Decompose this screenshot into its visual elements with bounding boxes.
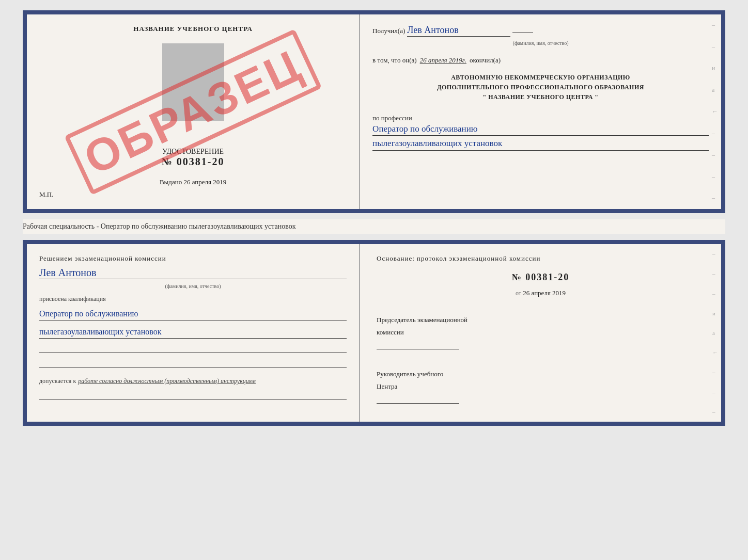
bmark3: – (712, 291, 718, 297)
chairman-signature-line (377, 349, 459, 349)
bmark2: – (712, 270, 718, 277)
bmark8: – (712, 389, 718, 395)
chairman-block: Председатель экзаменационной комиссии (377, 312, 705, 349)
issued-date-value: 26 апреля 2019 (183, 178, 226, 186)
issued-label: Выдано (160, 178, 182, 186)
org-line2: ДОПОЛНИТЕЛЬНОГО ПРОФЕССИОНАЛЬНОГО ОБРАЗО… (372, 83, 709, 92)
blank-line-2 (39, 357, 347, 367)
fio-subtitle-top: (фамилия, имя, отчество) (513, 40, 569, 46)
org-line1: АВТОНОМНУЮ НЕКОММЕРЧЕСКУЮ ОРГАНИЗАЦИЮ (372, 73, 709, 83)
bottom-left-panel: Решением экзаменационной комиссии Лев Ан… (27, 244, 360, 422)
permission-text: работе согласно должностным (производств… (78, 377, 256, 385)
protocol-date-value: 26 апреля 2019 (523, 289, 566, 297)
decision-title: Решением экзаменационной комиссии (39, 254, 347, 263)
basis-title: Основание: протокол экзаменационной коми… (377, 254, 705, 263)
bottom-person-name: Лев Антонов (39, 267, 347, 279)
bottom-right-panel: Основание: протокол экзаменационной коми… (360, 244, 721, 422)
top-certificate: НАЗВАНИЕ УЧЕБНОГО ЦЕНТРА ОБРАЗЕЦ УДОСТОВ… (23, 10, 725, 213)
issued-info: Выдано 26 апреля 2019 (160, 168, 226, 186)
middle-text: Рабочая специальность - Оператор по обсл… (23, 222, 296, 230)
permission-prefix: допускается к (39, 377, 76, 385)
received-name: Лев Антонов (407, 25, 510, 37)
protocol-date-prefix: от (516, 290, 521, 297)
bmark7: – (712, 369, 718, 375)
received-label: Получил(а) (372, 27, 405, 35)
completed-row: в том, что он(а) 26 апреля 2019г. окончи… (372, 56, 709, 65)
protocol-number: № 00381-20 (377, 272, 705, 283)
bmark1: – (712, 251, 718, 257)
blank-line-3 (39, 389, 347, 399)
completed-prefix: в том, что он(а) (372, 56, 417, 65)
org-name-block: АВТОНОМНУЮ НЕКОММЕРЧЕСКУЮ ОРГАНИЗАЦИЮ ДО… (372, 73, 709, 103)
bmark6: ← (712, 349, 718, 356)
received-row: Получил(а) Лев Антонов (372, 25, 709, 37)
profession-line2: пылегазоулавливающих установок (372, 137, 709, 151)
permission-block: допускается к работе согласно должностны… (39, 376, 347, 385)
photo-placeholder (162, 43, 224, 121)
mp-label: М.П. (39, 190, 53, 199)
training-center-title: НАЗВАНИЕ УЧЕБНОГО ЦЕНТРА (133, 25, 253, 33)
dash8: – (712, 173, 718, 181)
bottom-fio-subtitle: (фамилия, имя, отчество) (39, 283, 347, 289)
middle-info-line: Рабочая специальность - Оператор по обсл… (23, 219, 725, 234)
blank-line-1 (39, 343, 347, 353)
bottom-right-dashes: – – – и а ← – – – (712, 244, 718, 422)
chairman-label-1: Председатель экзаменационной (377, 316, 705, 324)
dash6: – (712, 130, 718, 137)
chairman-label-2: комиссии (377, 328, 705, 337)
dash9: – (712, 194, 718, 202)
bmark9: – (712, 409, 718, 415)
qualification-label: присвоена квалификация (39, 295, 347, 303)
doc-number: № 00381-20 (162, 156, 225, 168)
completed-date: 26 апреля 2019г. (420, 56, 466, 65)
bmark4: и (712, 310, 718, 316)
doc-label: УДОСТОВЕРЕНИЕ (162, 148, 224, 156)
dash4: а (712, 86, 718, 94)
profession-block: по профессии Оператор по обслуживанию пы… (372, 114, 709, 151)
dash3: и (712, 65, 718, 72)
dash2: – (712, 43, 718, 51)
dash1: – (712, 21, 718, 29)
completed-suffix: окончил(а) (470, 56, 501, 65)
profession-label: по профессии (372, 114, 709, 122)
bottom-certificate: Решением экзаменационной комиссии Лев Ан… (23, 240, 725, 426)
head-signature-line (377, 403, 459, 404)
profession-line1: Оператор по обслуживанию (372, 122, 709, 136)
cert-right-panel: Получил(а) Лев Антонов (фамилия, имя, от… (360, 14, 721, 209)
bmark5: а (712, 330, 718, 336)
qualification-line1: Оператор по обслуживанию (39, 307, 347, 321)
head-label-1: Руководитель учебного (377, 370, 705, 378)
org-line3: " НАЗВАНИЕ УЧЕБНОГО ЦЕНТРА " (372, 92, 709, 102)
dash7: – (712, 151, 718, 159)
qualification-line2: пылегазоулавливающих установок (39, 325, 347, 339)
dash5: ← (712, 108, 718, 116)
head-label-2: Центра (377, 382, 705, 391)
document-container: НАЗВАНИЕ УЧЕБНОГО ЦЕНТРА ОБРАЗЕЦ УДОСТОВ… (23, 10, 725, 426)
right-dashes: – – и а ← – – – – (712, 14, 718, 209)
protocol-date-row: от 26 апреля 2019 (377, 289, 705, 297)
received-dash (512, 33, 533, 33)
cert-left-panel: НАЗВАНИЕ УЧЕБНОГО ЦЕНТРА ОБРАЗЕЦ УДОСТОВ… (27, 14, 360, 209)
head-block: Руководитель учебного Центра (377, 366, 705, 404)
